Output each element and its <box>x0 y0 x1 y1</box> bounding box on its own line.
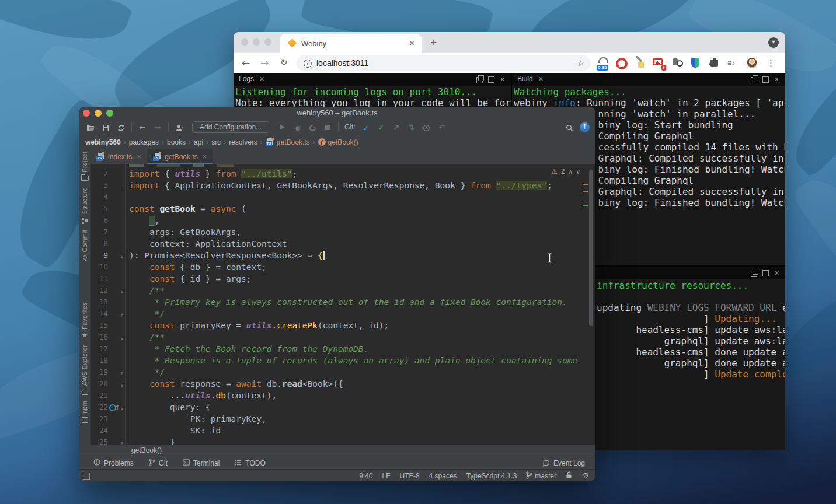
code-line[interactable]: 8 context: ApplicationContext <box>92 238 587 250</box>
sidebar-item-project[interactable]: Project <box>81 152 88 181</box>
open-folder-icon[interactable] <box>86 123 95 132</box>
run-icon[interactable] <box>277 123 287 132</box>
sidebar-item-commit[interactable]: Commit <box>81 230 88 262</box>
close-window-icon[interactable]: ✕ <box>774 77 779 82</box>
kebab-extension-icon[interactable]: ⋮ <box>765 57 777 70</box>
toolwindow-button-problems[interactable]: Problems <box>93 459 134 467</box>
breadcrumb-item-webiny560[interactable]: webiny560 <box>85 138 121 146</box>
meter-extension-icon[interactable]: 0.35 <box>597 57 609 70</box>
fold-toggle-icon[interactable]: ∨ <box>119 378 126 390</box>
change-stripe-mark[interactable] <box>583 205 588 206</box>
status-item-typescript-4-1-3[interactable]: TypeScript 4.1.3 <box>466 472 517 480</box>
git-update-icon[interactable]: ↙ <box>361 123 371 132</box>
browser-window-controls[interactable] <box>241 38 271 46</box>
ide-window-controls[interactable] <box>83 110 113 117</box>
toolwindow-button-git[interactable]: Git <box>149 459 168 468</box>
fold-toggle-icon[interactable]: ∨ <box>119 250 126 261</box>
editor-breadcrumb-bar[interactable]: getBook() <box>90 444 595 456</box>
search-tool-extension-icon[interactable] <box>671 57 684 70</box>
user-profile-icon[interactable] <box>175 123 184 132</box>
new-tab-button[interactable]: + <box>427 37 440 50</box>
code-line[interactable]: 24 SK: id <box>92 425 587 436</box>
code-line[interactable]: 20∨ const response = await db.read<Book>… <box>92 378 587 390</box>
settings-gear-icon[interactable] <box>582 471 590 481</box>
editor-tab-getBook-ts[interactable]: TSgetBook.ts× <box>147 149 213 164</box>
save-icon[interactable] <box>101 123 110 132</box>
code-editor[interactable]: 2import { utils } from "../utils";3−impo… <box>92 164 595 444</box>
git-history-clock-icon[interactable] <box>422 123 431 132</box>
editor-tab-index-ts[interactable]: TSindex.ts× <box>90 149 147 164</box>
code-line[interactable]: 19∧ */ <box>92 366 587 378</box>
mail-extension-icon[interactable]: 3 <box>653 57 665 70</box>
code-line[interactable]: 22↑∨ query: { <box>92 401 587 413</box>
tool-window-switcher-icon[interactable] <box>83 473 90 480</box>
status-item-lf[interactable]: LF <box>382 472 391 480</box>
add-configuration-button[interactable]: Add Configuration... <box>192 121 269 133</box>
site-info-icon[interactable]: i <box>304 60 312 68</box>
unlocked-padlock-icon[interactable] <box>566 471 573 481</box>
avatar-extension-icon[interactable] <box>746 57 758 70</box>
adblock-extension-icon[interactable] <box>615 57 628 70</box>
code-line[interactable]: 14∧ */ <box>92 308 587 320</box>
code-line[interactable]: 12∨ /** <box>92 285 587 296</box>
breadcrumb-item-getbook[interactable]: fgetBook() <box>318 138 358 146</box>
breadcrumb-item-api[interactable]: api <box>194 138 203 146</box>
code-line[interactable]: 13 * Primary key is always constructed o… <box>92 296 587 308</box>
float-window-icon[interactable] <box>476 77 483 83</box>
toolwindow-button-todo[interactable]: TODO <box>235 459 265 467</box>
tab-close-icon[interactable]: ✕ <box>538 75 544 82</box>
code-line[interactable]: 23 PK: primaryKey, <box>92 413 587 425</box>
next-warning-icon[interactable]: ∨ <box>576 169 580 175</box>
breadcrumb-item-getbookts[interactable]: TSgetBook.ts <box>266 138 310 146</box>
float-window-icon[interactable] <box>751 77 757 83</box>
close-window-icon[interactable] <box>241 38 248 46</box>
browser-tab[interactable]: Webiny × <box>280 34 422 53</box>
fold-toggle-icon[interactable]: − <box>119 180 126 191</box>
code-line[interactable]: 2import { utils } from "../utils"; <box>92 168 587 180</box>
sidebar-item-favorites[interactable]: Favorites★ <box>81 302 88 339</box>
git-rollback-icon[interactable]: ↶ <box>437 123 447 132</box>
puzzle-extension-icon[interactable] <box>709 57 721 70</box>
minimize-window-icon[interactable] <box>253 38 260 46</box>
navigate-back-icon[interactable]: ← <box>138 123 147 132</box>
infra-terminal-body[interactable]: infrastructure resources... updating WEB… <box>597 280 785 450</box>
breadcrumb-item-src[interactable]: src <box>211 138 221 146</box>
bookmark-star-icon[interactable]: ☆ <box>577 58 585 68</box>
scope-breadcrumb[interactable]: getBook() <box>131 446 162 454</box>
fold-toggle-icon[interactable]: ∧ <box>119 366 126 378</box>
breadcrumb-item-packages[interactable]: packages <box>129 138 159 146</box>
code-line[interactable]: 21 ...utils.db(context), <box>92 390 587 401</box>
media-list-extension-icon[interactable]: ≡♪ <box>727 57 740 70</box>
event-log-button[interactable]: Event Log <box>542 459 585 467</box>
fold-toggle-icon[interactable]: ∨ <box>119 285 126 296</box>
warning-stripe-mark[interactable] <box>583 191 588 192</box>
colorpicker-extension-icon[interactable] <box>634 57 646 70</box>
reload-icon[interactable]: ↻ <box>280 57 288 68</box>
code-line[interactable]: 11 const { id } = args; <box>92 273 587 285</box>
breadcrumb-item-resolvers[interactable]: resolvers <box>229 138 257 146</box>
debug-bug-icon[interactable] <box>292 123 302 132</box>
code-line[interactable]: 4 <box>92 191 587 203</box>
fold-toggle-icon[interactable]: ∧ <box>119 308 126 320</box>
tab-close-icon[interactable]: × <box>137 152 141 161</box>
address-bar[interactable]: i localhost:3011 ☆ <box>297 55 591 71</box>
code-line[interactable]: 5const getBook = async ( <box>92 203 587 215</box>
forward-icon[interactable]: → <box>260 57 269 69</box>
status-item-utf-8[interactable]: UTF-8 <box>400 472 420 480</box>
build-terminal-tab[interactable]: Build✕ <box>517 75 544 83</box>
fold-toggle-icon[interactable]: ∨ <box>119 331 126 343</box>
code-line[interactable]: 17 * Fetch the Book record from the Dyna… <box>92 343 587 355</box>
warning-stripe-mark[interactable] <box>583 184 588 186</box>
maximize-window-icon[interactable] <box>762 76 769 83</box>
tab-close-icon[interactable]: × <box>409 38 414 48</box>
git-branch-widget[interactable]: master <box>526 471 556 481</box>
tab-close-icon[interactable]: × <box>203 152 207 161</box>
stop-icon[interactable] <box>323 123 332 132</box>
code-line[interactable]: 16∨ /** <box>92 331 587 343</box>
git-commit-check-icon[interactable]: ✓ <box>377 123 386 132</box>
usage-gutter-icon[interactable]: ↑ <box>108 401 119 413</box>
logs-terminal-tab[interactable]: Logs✕ <box>239 75 264 83</box>
code-line[interactable]: 7 args: GetBookArgs, <box>92 226 587 238</box>
toolwindow-button-terminal[interactable]: Terminal <box>183 459 220 467</box>
browser-dropdown-circle-icon[interactable]: ▼ <box>768 37 779 48</box>
